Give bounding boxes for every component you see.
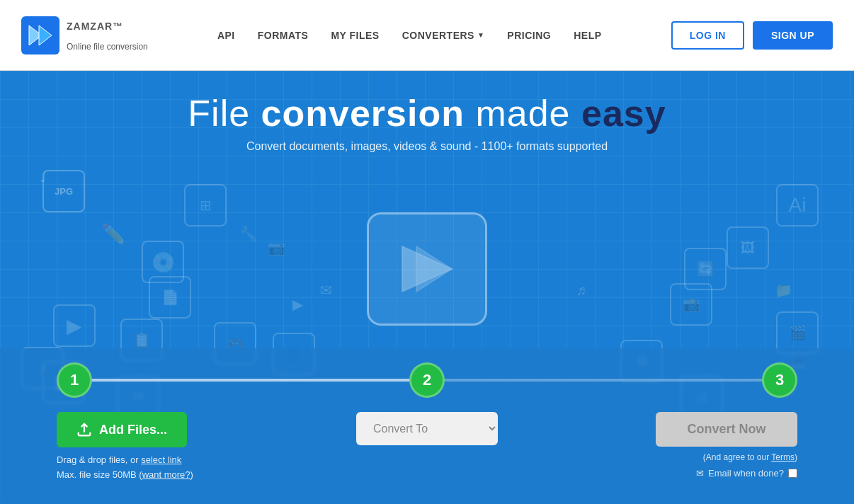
triangle-icon: ▶ (53, 304, 96, 347)
folder-icon: 📁 (762, 269, 804, 311)
hero-text: File conversion made easy Convert docume… (0, 92, 854, 153)
svg-marker-3 (416, 246, 452, 292)
auth-buttons: LOG IN SIGN UP (671, 21, 833, 50)
max-file-text: Max. file size 50MB ( (57, 469, 142, 480)
center-play-icon (367, 212, 487, 326)
convert-now-button[interactable]: Convert Now (656, 412, 797, 447)
signup-button[interactable]: SIGN UP (753, 21, 833, 50)
hero-title-part1: File (188, 93, 261, 134)
img-icon: 🖼 (727, 227, 769, 269)
hero: JPG ✏️ 💿 ▶ ♪ ▶ ⊞ 📄 📋 ✉ ▶ 📷 Ai 🖼 🔄 📁 🎬 ♫ … (0, 71, 854, 504)
jpg-icon: JPG (42, 170, 85, 212)
steps-line-fill (85, 379, 427, 382)
step-3-area: Convert Now (And agree to our Terms) ✉ E… (560, 412, 797, 479)
drag-drop-text: Drag & drop files, or (57, 454, 141, 465)
mail1-icon: ✉ (304, 269, 347, 311)
email-label: Email when done? (708, 468, 784, 479)
play-icon: ▶ (276, 283, 319, 326)
logo-icon (21, 16, 59, 55)
step-3-terms: (And agree to our Terms) (703, 452, 797, 462)
pencil-icon: ✏️ (92, 212, 135, 255)
step-1-circle: 1 (57, 362, 92, 398)
terms-suffix: ) (795, 452, 797, 462)
login-button[interactable]: LOG IN (671, 21, 744, 50)
terms-link[interactable]: Terms (771, 452, 795, 462)
steps-track: 1 2 3 (57, 362, 797, 398)
hero-title: File conversion made easy (0, 92, 854, 134)
nav-formats[interactable]: FORMATS (258, 30, 309, 41)
want-more-link[interactable]: want more? (142, 469, 190, 480)
logo[interactable]: ZAMZAR™ Online file conversion (21, 16, 148, 55)
doc-icon: 📄 (149, 276, 191, 319)
movie-icon: 🎬 (776, 311, 819, 354)
hero-title-bold: conversion (261, 93, 465, 134)
photo-icon: 📸 (670, 283, 712, 326)
logo-name: ZAMZAR™ (67, 19, 148, 42)
grid-icon: ⊞ (184, 184, 227, 227)
step-3-circle: 3 (762, 362, 797, 398)
step-2-circle: 2 (409, 362, 445, 398)
music1-icon: ♩ (21, 156, 64, 198)
upload-icon (76, 422, 92, 437)
email-checkbox[interactable] (788, 469, 797, 478)
music3-icon: ♬ (560, 269, 603, 311)
logo-tagline: Online file conversion (67, 42, 148, 52)
hero-subtitle: Convert documents, images, videos & soun… (0, 140, 854, 153)
step-3-email: ✉ Email when done? (696, 468, 797, 479)
convert-to-select[interactable]: Convert To PDF JPG MP3 MP4 DOCX (356, 412, 498, 445)
steps-controls: Add Files... Drag & drop files, or selec… (57, 412, 797, 483)
step-1-desc: Drag & drop files, or select link Max. f… (57, 453, 193, 483)
nav-help[interactable]: HELP (574, 30, 601, 41)
add-files-button[interactable]: Add Files... (57, 412, 187, 447)
email-icon: ✉ (696, 468, 704, 479)
svg-marker-1 (39, 25, 52, 45)
nav-pricing[interactable]: PRICING (507, 30, 551, 41)
pie-icon: 🔄 (684, 248, 727, 290)
step-1-area: Add Files... Drag & drop files, or selec… (57, 412, 294, 483)
want-more-close: ) (190, 469, 193, 480)
cd-icon: 💿 (142, 241, 184, 283)
steps-area: 1 2 3 Add Files... Drag & drop files, or… (0, 348, 854, 504)
select-link[interactable]: select link (141, 454, 181, 465)
wrench-icon: 🔧 (227, 212, 269, 255)
nav-converters[interactable]: CONVERTERS (402, 30, 485, 41)
hero-title-part2: made (465, 93, 581, 134)
terms-prefix: (And agree to our (703, 452, 772, 462)
header: ZAMZAR™ Online file conversion API FORMA… (0, 0, 854, 71)
hero-title-dark: easy (581, 93, 666, 134)
nav: API FORMATS MY FILES CONVERTERS PRICING … (217, 30, 602, 41)
ai-icon: Ai (776, 184, 819, 227)
logo-text: ZAMZAR™ Online file conversion (67, 19, 148, 52)
nav-my-files[interactable]: MY FILES (331, 30, 379, 41)
step-2-area: Convert To PDF JPG MP3 MP4 DOCX (308, 412, 545, 445)
nav-api[interactable]: API (217, 30, 235, 41)
camera-icon: 📷 (255, 227, 297, 269)
